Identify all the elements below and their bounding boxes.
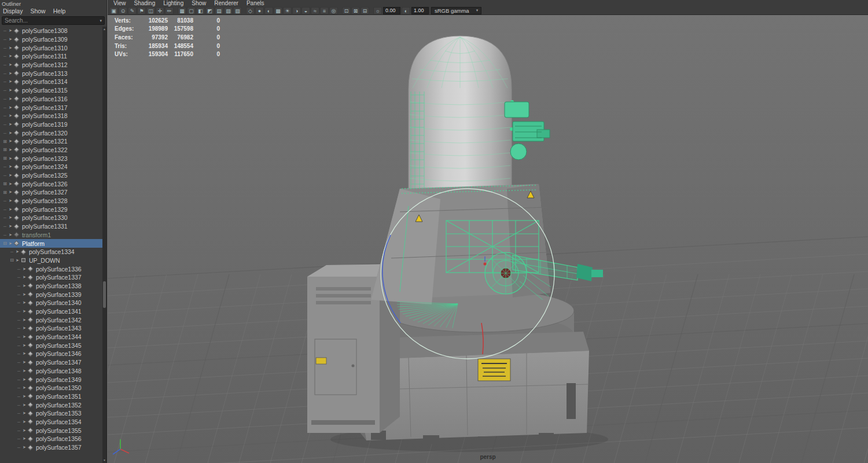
resolution-gate-icon[interactable]: ◧: [196, 7, 205, 14]
expander-icon[interactable]: ⊞: [2, 181, 8, 186]
outliner-item-transform1[interactable]: –➤transform1: [0, 231, 102, 240]
safe-title-icon[interactable]: ▨: [233, 7, 242, 14]
exposure-field[interactable]: 0.00: [383, 7, 400, 14]
outliner-item-UP_DOWN[interactable]: ⊟➤UP_DOWN: [0, 256, 102, 265]
scroll-down-icon[interactable]: ▼: [102, 458, 106, 463]
lock-camera-icon[interactable]: ⊙: [119, 7, 127, 14]
outliner-item-polySurface1354[interactable]: –➤polySurface1354: [0, 418, 102, 427]
scrollbar-thumb[interactable]: [103, 281, 106, 308]
exposure-icon[interactable]: ☼: [373, 7, 382, 14]
outliner-item-polySurface1317[interactable]: –➤polySurface1317: [0, 103, 102, 112]
outliner-item-polySurface1316[interactable]: –➤polySurface1316: [0, 95, 102, 104]
camera-attributes-icon[interactable]: ✎: [128, 7, 137, 14]
outliner-item-polySurface1315[interactable]: –➤polySurface1315: [0, 86, 102, 95]
outliner-item-polySurface1322[interactable]: ⊞➤polySurface1322: [0, 146, 102, 155]
lights-icon[interactable]: ☀: [283, 7, 292, 14]
outliner-item-polySurface1312[interactable]: –➤polySurface1312: [0, 61, 102, 69]
outliner-item-polySurface1319[interactable]: –➤polySurface1319: [0, 120, 102, 129]
gate-mask-icon[interactable]: ◩: [205, 7, 214, 14]
select-camera-icon[interactable]: ▣: [109, 7, 118, 14]
smooth-shade-icon[interactable]: ●: [255, 7, 264, 14]
wireframe-icon[interactable]: ◇: [246, 7, 255, 14]
gamma-select[interactable]: sRGB gamma▾: [431, 7, 481, 14]
outliner-item-polySurface1337[interactable]: –➤polySurface1337: [0, 273, 102, 282]
joints-xray-icon[interactable]: ⊟: [361, 7, 369, 14]
outliner-item-polySurface1323[interactable]: ⊞➤polySurface1323: [0, 154, 102, 163]
outliner-item-polySurface1343[interactable]: –➤polySurface1343: [0, 324, 102, 333]
outliner-item-polySurface1348[interactable]: –➤polySurface1348: [0, 367, 102, 376]
outliner-item-polySurface1318[interactable]: –➤polySurface1318: [0, 112, 102, 120]
search-filter-arrow-icon[interactable]: ▾: [100, 19, 102, 23]
outliner-item-polySurface1320[interactable]: –➤polySurface1320: [0, 128, 102, 137]
depth-of-field-icon[interactable]: ◎: [329, 7, 338, 14]
outliner-item-polySurface1310[interactable]: –➤polySurface1310: [0, 43, 102, 52]
expander-icon[interactable]: ⊟: [2, 241, 8, 246]
xray-icon[interactable]: ⊠: [351, 7, 360, 14]
outliner-item-polySurface1334[interactable]: –➤polySurface1334: [0, 248, 102, 256]
outliner-item-Platform[interactable]: ⊟➤Platform: [0, 239, 102, 248]
expander-icon[interactable]: ⊞: [2, 147, 8, 152]
outliner-item-polySurface1313[interactable]: –➤polySurface1313: [0, 69, 102, 78]
outliner-item-polySurface1347[interactable]: –➤polySurface1347: [0, 358, 102, 367]
outliner-item-polySurface1321[interactable]: ⊞➤polySurface1321: [0, 137, 102, 146]
image-plane-icon[interactable]: ◫: [146, 7, 155, 14]
outliner-item-polySurface1324[interactable]: –➤polySurface1324: [0, 163, 102, 171]
grease-pencil-icon[interactable]: ✏: [165, 7, 174, 14]
shadows-icon[interactable]: ◑: [292, 7, 301, 14]
radome[interactable]: [409, 36, 516, 198]
outliner-search-input[interactable]: Search... ▾: [2, 16, 105, 25]
outliner-menu-display[interactable]: Display: [3, 8, 23, 14]
field-chart-icon[interactable]: ▤: [215, 7, 223, 14]
outliner-item-polySurface1339[interactable]: –➤polySurface1339: [0, 290, 102, 299]
outliner-item-polySurface1349[interactable]: –➤polySurface1349: [0, 375, 102, 384]
outliner-item-polySurface1345[interactable]: –➤polySurface1345: [0, 341, 102, 350]
safe-action-icon[interactable]: ▧: [224, 7, 233, 14]
outliner-item-polySurface1338[interactable]: –➤polySurface1338: [0, 282, 102, 291]
outliner-item-polySurface1328[interactable]: –➤polySurface1328: [0, 197, 102, 205]
outliner-item-polySurface1325[interactable]: –➤polySurface1325: [0, 171, 102, 180]
viewport-menu-panels[interactable]: Panels: [242, 0, 269, 6]
contrast-field[interactable]: 1.00: [411, 7, 429, 14]
outliner-item-polySurface1329[interactable]: –➤polySurface1329: [0, 205, 102, 214]
outliner-item-polySurface1346[interactable]: –➤polySurface1346: [0, 350, 102, 358]
outliner-menu-show[interactable]: Show: [30, 8, 45, 14]
textured-icon[interactable]: ▩: [274, 7, 282, 14]
outliner-item-polySurface1356[interactable]: –➤polySurface1356: [0, 435, 102, 443]
viewport-menu-shading[interactable]: Shading: [130, 0, 160, 6]
expander-icon[interactable]: ⊟: [9, 258, 15, 263]
outliner-item-polySurface1357[interactable]: –➤polySurface1357: [0, 443, 102, 452]
outliner-item-polySurface1330[interactable]: –➤polySurface1330: [0, 214, 102, 222]
bookmarks-icon[interactable]: ⚑: [137, 7, 146, 14]
turret-mount[interactable]: [371, 184, 551, 304]
viewport-menu-renderer[interactable]: Renderer: [210, 0, 242, 6]
outliner-item-polySurface1314[interactable]: –➤polySurface1314: [0, 78, 102, 86]
pan-zoom-icon[interactable]: ✛: [156, 7, 164, 14]
outliner-menu-help[interactable]: Help: [53, 8, 66, 14]
outliner-item-polySurface1350[interactable]: –➤polySurface1350: [0, 384, 102, 392]
outliner-item-polySurface1331[interactable]: –➤polySurface1331: [0, 222, 102, 231]
outliner-item-polySurface1336[interactable]: –➤polySurface1336: [0, 264, 102, 273]
outliner-scrollbar[interactable]: ▲ ▼: [102, 27, 106, 463]
viewport-menu-view[interactable]: View: [109, 0, 130, 6]
outliner-item-polySurface1353[interactable]: –➤polySurface1353: [0, 409, 102, 418]
viewport-menu-lighting[interactable]: Lighting: [159, 0, 187, 6]
expander-icon[interactable]: ⊞: [2, 190, 8, 195]
outliner-item-polySurface1344[interactable]: –➤polySurface1344: [0, 333, 102, 341]
outliner-item-polySurface1326[interactable]: ⊞➤polySurface1326: [0, 179, 102, 188]
outliner-item-polySurface1311[interactable]: –➤polySurface1311: [0, 52, 102, 61]
outliner-item-polySurface1309[interactable]: –➤polySurface1309: [0, 35, 102, 44]
grid-icon[interactable]: ▦: [178, 7, 186, 14]
antialias-icon[interactable]: ≡: [320, 7, 329, 14]
outliner-item-polySurface1308[interactable]: –➤polySurface1308: [0, 27, 102, 35]
scroll-up-icon[interactable]: ▲: [102, 27, 106, 32]
viewport-menu-show[interactable]: Show: [187, 0, 210, 6]
isolate-select-icon[interactable]: ⊡: [342, 7, 351, 14]
expander-icon[interactable]: ⊞: [2, 139, 8, 144]
motion-blur-icon[interactable]: ≈: [311, 7, 319, 14]
outliner-item-polySurface1355[interactable]: –➤polySurface1355: [0, 426, 102, 435]
wireframe-on-shaded-icon[interactable]: ◐: [264, 7, 273, 14]
viewport-canvas[interactable]: Verts:102625810380Edges:1989891575980Fac…: [108, 15, 868, 463]
outliner-item-polySurface1351[interactable]: –➤polySurface1351: [0, 392, 102, 401]
outliner-item-polySurface1342[interactable]: –➤polySurface1342: [0, 315, 102, 324]
expander-icon[interactable]: ⊞: [2, 156, 8, 161]
